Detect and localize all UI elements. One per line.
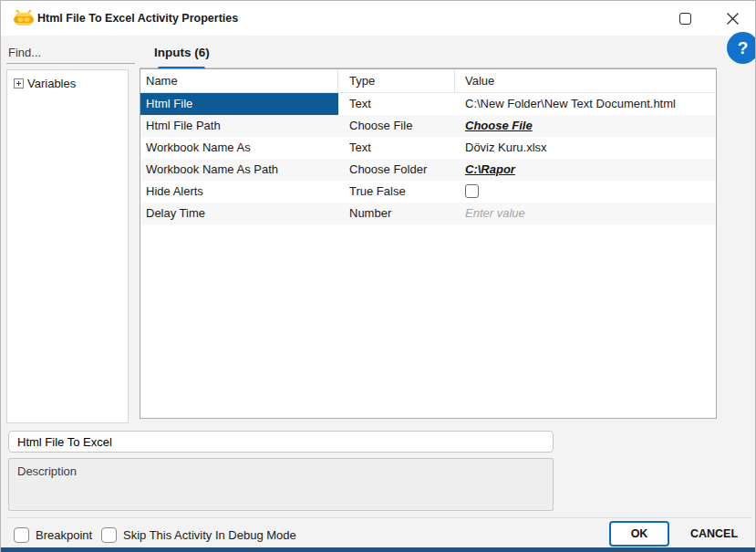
- cell-name[interactable]: Html File: [140, 93, 338, 115]
- column-header-name[interactable]: Name: [140, 69, 338, 92]
- cell-type: Text: [338, 137, 455, 159]
- value-link[interactable]: C:\Rapor: [465, 162, 515, 176]
- breakpoint-label: Breakpoint: [36, 528, 92, 542]
- cell-type: Number: [338, 203, 455, 224]
- cell-value[interactable]: C:\New Folder\New Text Document.html: [455, 93, 716, 115]
- cell-value: C:\Rapor: [455, 159, 716, 181]
- cell-value[interactable]: Döviz Kuru.xlsx: [455, 137, 716, 159]
- cell-value: Enter value: [455, 203, 716, 224]
- value-checkbox[interactable]: [465, 184, 479, 198]
- skip-debug-checkbox[interactable]: [101, 527, 117, 543]
- question-mark-icon: ?: [738, 38, 749, 57]
- inputs-table: Name Type Value Html FileTextC:\New Fold…: [140, 68, 717, 419]
- bee-robot-icon: [14, 9, 34, 26]
- table-row[interactable]: Html File PathChoose FileChoose File: [140, 115, 716, 137]
- cell-type: True False: [338, 181, 455, 203]
- activity-name-input[interactable]: [8, 431, 554, 453]
- expand-plus-icon[interactable]: [14, 78, 24, 89]
- cell-value: [455, 181, 716, 203]
- cell-type: Choose Folder: [338, 159, 455, 181]
- cell-name[interactable]: Workbook Name As Path: [140, 159, 338, 181]
- footer-divider: [6, 517, 751, 518]
- column-header-value[interactable]: Value: [455, 69, 716, 92]
- variables-tree-panel: Variables: [6, 69, 129, 423]
- cell-name[interactable]: Workbook Name As: [140, 137, 338, 159]
- tree-item-variables[interactable]: Variables: [7, 70, 128, 90]
- tree-item-label: Variables: [27, 77, 76, 90]
- cell-value: Choose File: [455, 115, 716, 137]
- description-textarea[interactable]: [8, 458, 554, 511]
- tab-label: Inputs (6): [154, 46, 210, 59]
- tab-inputs[interactable]: Inputs (6): [140, 41, 224, 68]
- tab-bar: Inputs (6): [140, 41, 717, 68]
- maximize-icon: [679, 13, 691, 25]
- bottom-accent-bar: [1, 547, 755, 552]
- maximize-button[interactable]: [665, 1, 705, 36]
- cancel-button[interactable]: CANCEL: [678, 521, 751, 547]
- window-title: Html File To Excel Activity Properties: [37, 1, 238, 36]
- table-row[interactable]: Hide AlertsTrue False: [140, 181, 716, 203]
- cell-type: Choose File: [338, 115, 455, 137]
- cell-name[interactable]: Delay Time: [140, 203, 338, 224]
- table-row[interactable]: Html FileTextC:\New Folder\New Text Docu…: [140, 93, 716, 115]
- table-body: Html FileTextC:\New Folder\New Text Docu…: [140, 93, 716, 224]
- value-placeholder[interactable]: Enter value: [465, 206, 525, 220]
- help-button[interactable]: ?: [727, 32, 756, 64]
- column-header-type[interactable]: Type: [338, 69, 455, 92]
- table-row[interactable]: Workbook Name As PathChoose FolderC:\Rap…: [140, 159, 716, 181]
- table-row[interactable]: Delay TimeNumberEnter value: [140, 203, 716, 224]
- cell-name[interactable]: Hide Alerts: [140, 181, 338, 203]
- value-link[interactable]: Choose File: [465, 119, 533, 132]
- table-header-row: Name Type Value: [140, 69, 716, 93]
- close-icon: [726, 12, 740, 26]
- find-input[interactable]: [6, 41, 135, 64]
- ok-button[interactable]: OK: [609, 521, 669, 547]
- breakpoint-checkbox[interactable]: [14, 527, 29, 543]
- cell-name[interactable]: Html File Path: [140, 115, 338, 137]
- activity-properties-dialog: Html File To Excel Activity Properties ?…: [0, 0, 756, 552]
- cell-type: Text: [338, 93, 455, 115]
- skip-debug-label: Skip This Activity In Debug Mode: [123, 528, 296, 542]
- close-button[interactable]: [712, 1, 752, 36]
- table-row[interactable]: Workbook Name AsTextDöviz Kuru.xlsx: [140, 137, 716, 159]
- titlebar: Html File To Excel Activity Properties: [1, 1, 755, 36]
